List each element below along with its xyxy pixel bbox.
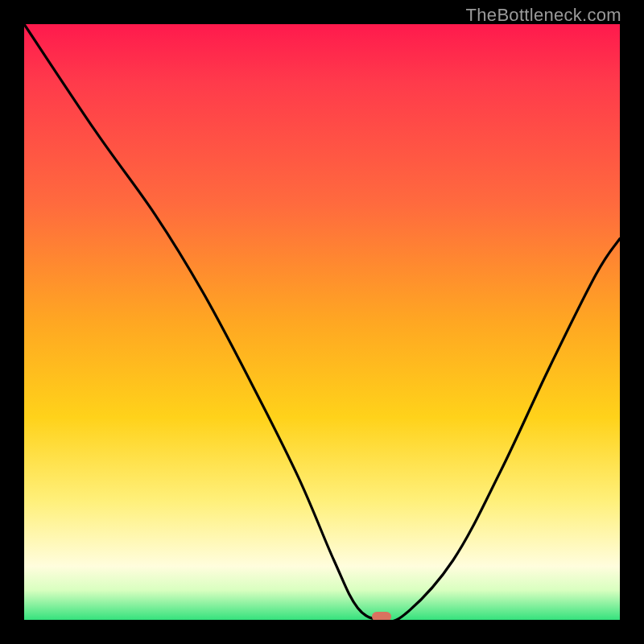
bottleneck-curve bbox=[24, 24, 620, 620]
chart-frame: TheBottleneck.com bbox=[0, 0, 644, 644]
watermark-text: TheBottleneck.com bbox=[466, 5, 621, 26]
plot-area bbox=[24, 24, 620, 620]
minimum-marker bbox=[372, 612, 391, 620]
